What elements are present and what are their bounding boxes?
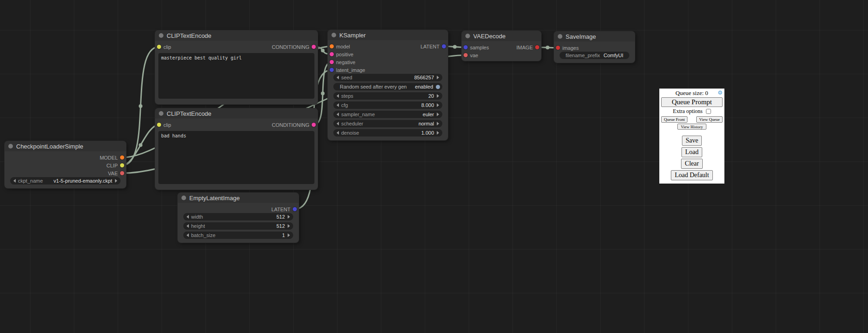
decrement-arrow-icon[interactable] [337,94,339,98]
collapse-dot-icon[interactable] [8,144,13,149]
model-input-slot[interactable] [330,44,334,48]
slot-row: CLIP [5,161,126,169]
node-title-bar[interactable]: EmptyLatentImage [178,193,299,203]
negative-prompt-textarea[interactable]: bad hands [158,131,314,184]
queue-front-button[interactable]: Queue Front [661,116,687,123]
node-clip-text-encode-negative[interactable]: CLIPTextEncode clip CONDITIONING bad han… [155,108,318,190]
samples-input-slot[interactable] [464,45,468,49]
images-input-slot[interactable] [556,46,560,50]
decrement-arrow-icon[interactable] [13,179,16,183]
increment-arrow-icon[interactable] [437,94,439,98]
node-title-bar[interactable]: CLIPTextEncode [155,108,318,119]
decrement-arrow-icon[interactable] [337,131,339,135]
slot-row: vae [462,51,541,59]
node-title-bar[interactable]: CheckpointLoaderSimple [5,141,126,151]
widget-width[interactable]: width 512 [183,213,293,220]
node-body: clip CONDITIONING bad hands [155,119,318,190]
widget-value: 8566257 [414,75,434,80]
increment-arrow-icon[interactable] [437,131,439,135]
clip-input-slot[interactable] [157,123,161,127]
increment-arrow-icon[interactable] [437,113,439,116]
widget-random-seed-toggle[interactable]: Random seed after every gen enabled [333,83,442,90]
slot-row: samples IMAGE [462,43,541,51]
decrement-arrow-icon[interactable] [187,224,189,228]
increment-arrow-icon[interactable] [437,103,439,107]
node-title-bar[interactable]: KSampler [328,30,448,40]
slot-row: images [554,44,635,52]
node-graph-canvas[interactable]: CheckpointLoaderSimple MODEL CLIP VAE ck… [0,0,868,333]
widget-filename-prefix[interactable]: filename_prefix ComfyUI [560,52,629,59]
widget-sampler-name[interactable]: sampler_name euler [333,111,442,118]
settings-gear-icon[interactable]: ⚙ [717,90,723,95]
node-clip-text-encode-positive[interactable]: CLIPTextEncode clip CONDITIONING masterp… [155,30,318,104]
input-slot-label: latent_image [336,67,365,73]
load-button[interactable]: Load [681,147,702,157]
output-slot-label: CONDITIONING [272,44,309,50]
increment-arrow-icon[interactable] [288,233,290,237]
collapse-dot-icon[interactable] [332,33,336,37]
node-empty-latent-image[interactable]: EmptyLatentImage LATENT width 512 height… [178,193,299,243]
node-checkpoint-loader[interactable]: CheckpointLoaderSimple MODEL CLIP VAE ck… [5,141,126,188]
node-title-bar[interactable]: SaveImage [554,31,635,42]
latent-image-input-slot[interactable] [330,68,334,72]
widget-cfg[interactable]: cfg 8.000 [333,101,442,109]
decrement-arrow-icon[interactable] [337,113,339,116]
negative-input-slot[interactable] [330,60,334,64]
image-output-slot[interactable] [535,45,539,49]
widget-height[interactable]: height 512 [183,222,293,230]
extra-options-checkbox[interactable] [706,109,711,114]
clear-button[interactable]: Clear [681,159,702,169]
decrement-arrow-icon[interactable] [187,233,189,237]
queue-prompt-button[interactable]: Queue Prompt [661,97,723,107]
positive-prompt-textarea[interactable]: masterpiece best quality girl [158,53,314,99]
widget-seed[interactable]: seed 8566257 [333,74,442,81]
wire-midpoint-dot [139,104,143,108]
node-title: VAEDecode [473,33,506,40]
widget-ckpt-name[interactable]: ckpt_name v1-5-pruned-emaonly.ckpt [10,177,121,184]
increment-arrow-icon[interactable] [437,122,439,125]
node-title: CLIPTextEncode [167,110,211,117]
increment-arrow-icon[interactable] [115,179,117,183]
node-title: CheckpointLoaderSimple [16,143,83,150]
vae-output-slot[interactable] [120,171,124,175]
decrement-arrow-icon[interactable] [337,76,339,79]
load-default-button[interactable]: Load Default [671,170,712,180]
view-history-button[interactable]: View History [677,124,706,130]
increment-arrow-icon[interactable] [288,215,290,219]
widget-denoise[interactable]: denoise 1.000 [333,129,442,137]
collapse-dot-icon[interactable] [465,34,470,38]
node-save-image[interactable]: SaveImage images filename_prefix ComfyUI [554,31,635,63]
conditioning-output-slot[interactable] [312,45,316,49]
queue-buttons-row: Queue Front View Queue [659,116,724,123]
node-title-bar[interactable]: CLIPTextEncode [155,30,318,41]
collapse-dot-icon[interactable] [181,196,186,200]
increment-arrow-icon[interactable] [437,76,439,79]
conditioning-output-slot[interactable] [312,123,316,127]
widget-steps[interactable]: steps 20 [333,92,442,100]
node-title: SaveImage [566,33,596,40]
wire-clip-to-positive [122,47,159,166]
wire-midpoint-dot [139,143,143,147]
view-queue-button[interactable]: View Queue [696,116,723,123]
decrement-arrow-icon[interactable] [337,122,339,125]
clip-output-slot[interactable] [120,163,124,167]
decrement-arrow-icon[interactable] [337,103,339,107]
positive-input-slot[interactable] [330,52,334,56]
decrement-arrow-icon[interactable] [187,215,189,219]
collapse-dot-icon[interactable] [159,33,163,38]
clip-input-slot[interactable] [157,45,161,49]
widget-batch-size[interactable]: batch_size 1 [183,232,293,239]
node-ksampler[interactable]: KSampler model LATENT positive negative … [328,30,448,140]
latent-output-slot[interactable] [442,44,446,48]
toggle-on-icon[interactable] [436,85,440,89]
node-title-bar[interactable]: VAEDecode [462,31,541,41]
collapse-dot-icon[interactable] [159,111,163,116]
collapse-dot-icon[interactable] [558,34,562,39]
model-output-slot[interactable] [120,155,124,160]
latent-output-slot[interactable] [293,207,297,211]
widget-scheduler[interactable]: scheduler normal [333,120,442,127]
node-vae-decode[interactable]: VAEDecode samples IMAGE vae [462,31,541,61]
increment-arrow-icon[interactable] [288,224,290,228]
vae-input-slot[interactable] [464,53,468,57]
save-button[interactable]: Save [682,136,702,146]
